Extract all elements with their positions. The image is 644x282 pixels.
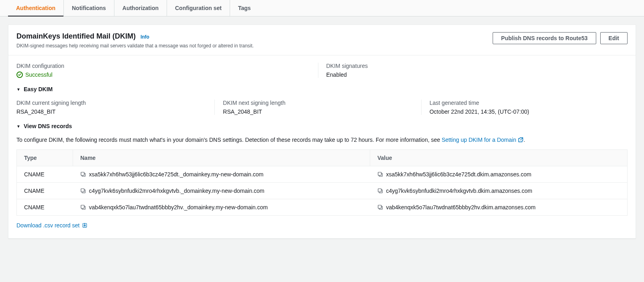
copy-icon[interactable] (377, 188, 383, 194)
dkim-config-value: Successful (16, 72, 310, 78)
svg-rect-1 (81, 172, 84, 176)
view-dns-header: View DNS records (24, 123, 72, 129)
current-signing-value: RSA_2048_BIT (16, 108, 206, 115)
dns-name-cell: vab4kenqxk5o7lau7twdnat65bbby2hv._domain… (89, 204, 268, 210)
easy-dkim-header: Easy DKIM (24, 86, 53, 92)
last-generated-value: October 22nd 2021, 14:35, (UTC-07:00) (430, 108, 620, 115)
panel-description: DKIM-signed messages help receiving mail… (16, 43, 493, 49)
dkim-doc-link[interactable]: Setting up DKIM for a Domain (442, 137, 524, 143)
dns-value-cell: c4yg7kvk6sybnfudki2mro4rhxkgvtvb.dkim.am… (386, 188, 532, 194)
svg-rect-11 (378, 205, 381, 208)
caret-down-icon: ▼ (16, 124, 20, 129)
copy-icon[interactable] (377, 204, 383, 210)
download-csv-link[interactable]: Download .csv record set (16, 222, 88, 229)
copy-icon[interactable] (80, 204, 86, 210)
next-signing-value: RSA_2048_BIT (223, 108, 413, 115)
dns-description: To configure DKIM, the following records… (16, 137, 628, 143)
tab-authorization[interactable]: Authorization (114, 0, 167, 16)
dkim-signatures-value: Enabled (326, 72, 620, 78)
edit-button[interactable]: Edit (600, 32, 628, 44)
dns-type-cell: CNAME (17, 166, 73, 183)
table-row: CNAME c4yg7kvk6sybnfudki2mro4rhxkgvtvb._… (17, 183, 628, 199)
info-link[interactable]: Info (141, 34, 149, 40)
svg-rect-5 (81, 189, 84, 192)
dkim-config-label: DKIM configuration (16, 63, 310, 69)
svg-rect-3 (378, 172, 381, 176)
dns-name-cell: c4yg7kvk6sybnfudki2mro4rhxkgvtvb._domain… (89, 188, 265, 194)
tab-notifications[interactable]: Notifications (64, 0, 114, 16)
publish-dns-button[interactable]: Publish DNS records to Route53 (493, 32, 596, 44)
copy-icon[interactable] (80, 188, 86, 194)
dns-value-cell: vab4kenqxk5o7lau7twdnat65bbby2hv.dkim.am… (386, 204, 536, 210)
easy-dkim-expander[interactable]: ▼ Easy DKIM (16, 86, 628, 92)
next-signing-label: DKIM next signing length (223, 100, 413, 106)
col-header-name: Name (73, 150, 370, 166)
caret-down-icon: ▼ (16, 87, 20, 92)
svg-rect-7 (378, 189, 381, 192)
dns-value-cell: xsa5kk7xh6hw53jj6lic6b3cz4e725dt.dkim.am… (386, 171, 532, 178)
copy-icon[interactable] (80, 172, 86, 177)
download-icon (82, 223, 88, 228)
dkim-signatures-label: DKIM signatures (326, 63, 620, 69)
success-check-icon (16, 72, 23, 78)
panel-header: DomainKeys Identified Mail (DKIM) Info D… (8, 25, 636, 55)
tab-configuration-set[interactable]: Configuration set (167, 0, 230, 16)
dns-type-cell: CNAME (17, 199, 73, 216)
external-link-icon (518, 137, 524, 143)
tabs-bar: Authentication Notifications Authorizati… (0, 0, 644, 16)
copy-icon[interactable] (377, 172, 383, 177)
dns-type-cell: CNAME (17, 183, 73, 199)
svg-rect-9 (81, 205, 84, 208)
view-dns-expander[interactable]: ▼ View DNS records (16, 123, 628, 129)
table-row: CNAME xsa5kk7xh6hw53jj6lic6b3cz4e725dt._… (17, 166, 628, 183)
table-row: CNAME vab4kenqxk5o7lau7twdnat65bbby2hv._… (17, 199, 628, 216)
current-signing-label: DKIM current signing length (16, 100, 206, 106)
dkim-panel: DomainKeys Identified Mail (DKIM) Info D… (8, 25, 636, 239)
col-header-type: Type (17, 150, 73, 166)
last-generated-label: Last generated time (430, 100, 620, 106)
col-header-value: Value (370, 150, 628, 166)
tab-authentication[interactable]: Authentication (8, 0, 64, 16)
dkim-config-status-text: Successful (25, 72, 53, 78)
dns-records-table: Type Name Value CNAME xsa5kk7xh6hw53jj6l… (16, 149, 628, 216)
tab-tags[interactable]: Tags (230, 0, 259, 16)
dns-name-cell: xsa5kk7xh6hw53jj6lic6b3cz4e725dt._domain… (89, 171, 264, 178)
panel-title: DomainKeys Identified Mail (DKIM) (16, 32, 136, 40)
